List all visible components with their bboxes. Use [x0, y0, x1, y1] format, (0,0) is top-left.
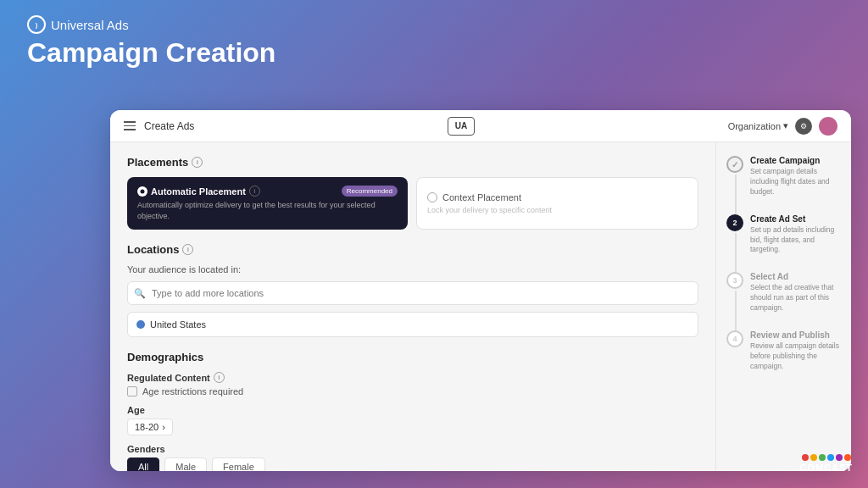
avatar[interactable]	[819, 117, 837, 136]
locations-info-icon[interactable]: i	[182, 244, 193, 255]
step-circle: ✓	[726, 156, 743, 173]
age-selector[interactable]: 18-20 ›	[127, 419, 173, 435]
step-item-4: 4 Review and Publish Review all campaign…	[726, 330, 841, 372]
location-name: United States	[150, 319, 206, 330]
steps-container: ✓ Create Campaign Set campaign details i…	[726, 156, 841, 372]
context-placement-desc: Lock your delivery to specific content	[427, 206, 552, 214]
step-title: Select Ad	[750, 272, 841, 281]
age-subsection: Age 18-20 ›	[127, 405, 698, 435]
placements-title: Placements	[127, 156, 188, 169]
gender-all-button[interactable]: All	[127, 458, 159, 471]
demographics-title: Demographics	[127, 351, 203, 363]
demographics-section: Demographics Regulated Content i Age res…	[127, 351, 698, 471]
auto-placement-desc: Automatically optimize delivery to get t…	[137, 200, 398, 221]
regulated-label: Regulated Content i	[127, 372, 698, 383]
list-item: United States	[136, 319, 689, 330]
nav-brand-label: Create Ads	[144, 120, 194, 132]
step-item-2: 2 Create Ad Set Set up ad details includ…	[726, 214, 841, 273]
step-desc: Review all campaign details before publi…	[750, 341, 841, 372]
genders-subsection: Genders All Male Female	[127, 444, 698, 471]
regulated-checkbox-row[interactable]: Age restrictions required	[127, 386, 698, 396]
step-header: 4 Review and Publish Review all campaign…	[726, 330, 841, 372]
step-title: Create Campaign	[750, 156, 841, 165]
context-placement-option[interactable]: Context Placement Lock your delivery to …	[416, 177, 698, 230]
placements-info-icon[interactable]: i	[192, 157, 203, 168]
radio-empty-icon	[427, 192, 437, 202]
search-icon: 🔍	[134, 288, 146, 299]
placement-options: Automatic Placement i Recommended Automa…	[127, 177, 698, 230]
step-header: 2 Create Ad Set Set up ad details includ…	[726, 214, 841, 256]
checkbox-icon	[127, 386, 137, 396]
gender-male-button[interactable]: Male	[164, 458, 207, 471]
location-search-input[interactable]	[127, 281, 698, 305]
step-item-3: 3 Select Ad Select the ad creative that …	[726, 272, 841, 330]
brand-line: ) Universal Ads	[27, 15, 841, 34]
step-connector	[735, 291, 737, 330]
settings-icon[interactable]: ⚙	[795, 118, 812, 135]
step-desc: Set up ad details including bid, flight …	[750, 225, 841, 256]
brand-name: Universal Ads	[51, 18, 129, 32]
comcast-dot-1	[802, 454, 809, 461]
automatic-placement-option[interactable]: Automatic Placement i Recommended Automa…	[127, 177, 408, 230]
right-sidebar: ✓ Create Campaign Set campaign details i…	[715, 142, 851, 471]
step-circle: 2	[726, 214, 743, 231]
regulated-info-icon[interactable]: i	[214, 372, 225, 383]
step-connector	[735, 233, 737, 273]
page-title: Campaign Creation	[27, 37, 841, 69]
nav-logo: UA	[448, 117, 475, 136]
comcast-dot-5	[836, 454, 843, 461]
checkmark-icon: ✓	[732, 160, 738, 169]
step-header: ✓ Create Campaign Set campaign details i…	[726, 156, 841, 197]
step-circle: 4	[726, 330, 743, 347]
chevron-right-icon: ›	[162, 422, 165, 432]
step-content: Create Ad Set Set up ad details includin…	[750, 214, 841, 256]
gender-button-group: All Male Female	[127, 458, 698, 471]
placements-section: Placements i Automatic Placement i Recom…	[127, 156, 698, 230]
locations-title: Locations	[127, 243, 179, 256]
auto-info-icon[interactable]: i	[249, 186, 260, 197]
genders-label: Genders	[127, 444, 698, 454]
context-placement-title: Context Placement	[427, 192, 521, 202]
top-nav: Create Ads UA Organization ▾ ⚙	[110, 110, 851, 142]
step-item-1: ✓ Create Campaign Set campaign details i…	[726, 156, 841, 214]
nav-right: Organization ▾ ⚙	[728, 117, 837, 136]
step-desc: Set campaign details including flight da…	[750, 167, 841, 197]
left-panel: Placements i Automatic Placement i Recom…	[110, 142, 715, 471]
page-header: ) Universal Ads Campaign Creation	[0, 0, 868, 69]
comcast-text: COMCAST	[799, 463, 853, 473]
locations-section: Locations i Your audience is located in:…	[127, 243, 698, 337]
comcast-dot-3	[819, 454, 826, 461]
step-title: Create Ad Set	[750, 214, 841, 224]
main-layout: Placements i Automatic Placement i Recom…	[110, 142, 851, 471]
brand-logo-icon: )	[27, 15, 46, 34]
comcast-logo: COMCAST	[799, 454, 853, 473]
org-selector[interactable]: Organization ▾	[728, 120, 788, 131]
regulated-content-subsection: Regulated Content i Age restrictions req…	[127, 372, 698, 396]
gender-female-button[interactable]: Female	[212, 458, 265, 471]
step-circle: 3	[726, 272, 743, 289]
comcast-dot-6	[844, 454, 851, 461]
content-card: Create Ads UA Organization ▾ ⚙ Placement…	[110, 110, 851, 471]
demographics-header: Demographics	[127, 351, 698, 363]
auto-placement-header: Automatic Placement i Recommended	[137, 186, 398, 197]
comcast-dot-4	[827, 454, 834, 461]
location-dot-icon	[136, 320, 145, 329]
comcast-dots	[802, 454, 851, 461]
nav-left: Create Ads	[124, 120, 194, 132]
step-desc: Select the ad creative that should run a…	[750, 283, 841, 313]
age-label: Age	[127, 405, 698, 415]
locations-header: Locations i	[127, 243, 698, 256]
menu-icon[interactable]	[124, 121, 136, 130]
step-content: Create Campaign Set campaign details inc…	[750, 156, 841, 197]
step-title: Review and Publish	[750, 330, 841, 340]
step-header: 3 Select Ad Select the ad creative that …	[726, 272, 841, 313]
audience-label: Your audience is located in:	[127, 264, 698, 274]
location-list: United States	[127, 312, 698, 337]
placements-header: Placements i	[127, 156, 698, 169]
step-content: Select Ad Select the ad creative that sh…	[750, 272, 841, 313]
auto-placement-title: Automatic Placement i	[137, 186, 260, 197]
step-connector	[735, 175, 737, 214]
step-content: Review and Publish Review all campaign d…	[750, 330, 841, 372]
comcast-dot-2	[810, 454, 817, 461]
chevron-down-icon: ▾	[783, 120, 788, 131]
